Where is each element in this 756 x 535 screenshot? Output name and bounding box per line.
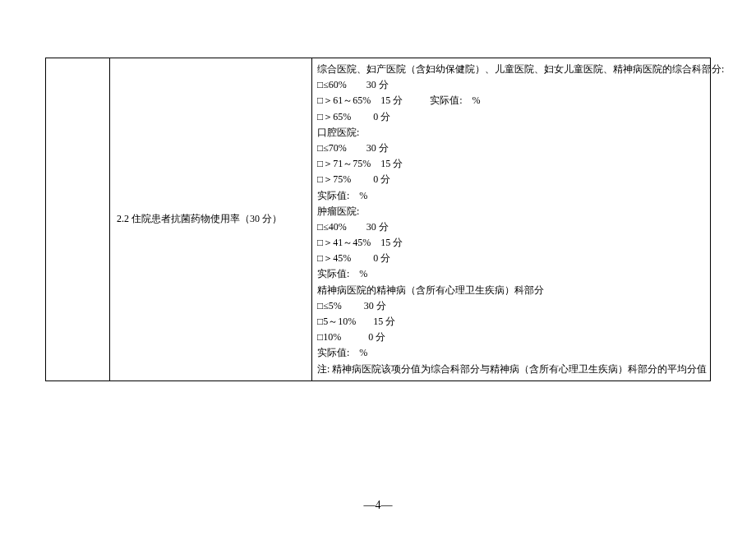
detail-line: 实际值: % (317, 266, 705, 282)
detail-line: 综合医院、妇产医院（含妇幼保健院）、儿童医院、妇女儿童医院、精神病医院的综合科部… (317, 62, 705, 77)
detail-line: □＞71～75% 15 分 (317, 156, 705, 172)
detail-line: □5～10% 15 分 (317, 314, 705, 330)
detail-line: □＞65% 0 分 (317, 109, 705, 125)
detail-line: □＞75% 0 分 (317, 172, 705, 187)
item-title-cell: 2.2 住院患者抗菌药物使用率（30 分） (110, 58, 312, 381)
scoring-table: 2.2 住院患者抗菌药物使用率（30 分） 综合医院、妇产医院（含妇幼保健院）、… (45, 58, 711, 381)
detail-line: 实际值: % (317, 345, 705, 361)
detail-line: 肿瘤医院: (317, 204, 705, 219)
detail-line: 注: 精神病医院该项分值为综合科部分与精神病（含所有心理卫生疾病）科部分的平均分… (317, 362, 705, 377)
detail-line: □＞61～65% 15 分 实际值: % (317, 93, 705, 108)
detail-line: 实际值: % (317, 188, 705, 204)
detail-line: □＞45% 0 分 (317, 251, 705, 266)
detail-line: □≤60% 30 分 (317, 77, 705, 93)
detail-line: □＞41～45% 15 分 (317, 235, 705, 251)
detail-line: □10% 0 分 (317, 330, 705, 345)
detail-line: 精神病医院的精神病（含所有心理卫生疾病）科部分 (317, 283, 705, 298)
detail-line: □≤5% 30 分 (317, 298, 705, 314)
page-number: —4— (0, 499, 756, 512)
detail-line: 口腔医院: (317, 125, 705, 141)
item-title: 2.2 住院患者抗菌药物使用率（30 分） (117, 213, 282, 224)
detail-line: □≤40% 30 分 (317, 219, 705, 235)
category-cell (46, 58, 110, 381)
document-page: 2.2 住院患者抗菌药物使用率（30 分） 综合医院、妇产医院（含妇幼保健院）、… (0, 0, 756, 535)
detail-line: □≤70% 30 分 (317, 141, 705, 156)
item-detail-cell: 综合医院、妇产医院（含妇幼保健院）、儿童医院、妇女儿童医院、精神病医院的综合科部… (312, 58, 711, 381)
table-row: 2.2 住院患者抗菌药物使用率（30 分） 综合医院、妇产医院（含妇幼保健院）、… (46, 58, 711, 381)
